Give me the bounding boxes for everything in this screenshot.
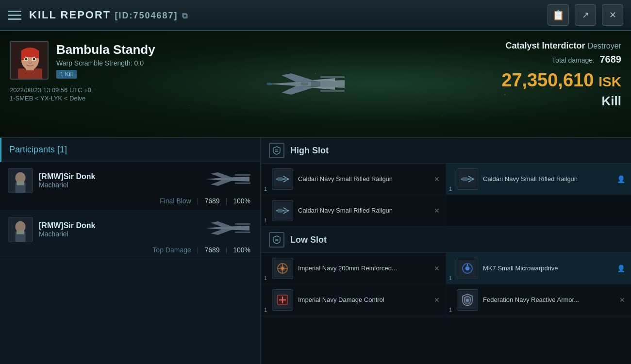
participant-ship-image — [201, 216, 254, 240]
share-icon: ↗ — [582, 10, 589, 20]
stat-label: Top Damage — [152, 246, 191, 254]
hero-kill-info: Catalyst Interdictor Destroyer Total dam… — [501, 41, 621, 109]
svg-rect-27 — [235, 232, 250, 233]
participant-ship-image — [201, 167, 254, 191]
close-button[interactable]: ✕ — [602, 4, 623, 26]
hero-section: Bambula Standy Warp Scramble Strength: 0… — [0, 31, 631, 138]
slot-item[interactable]: 1 Caldari Navy Small Rifled Railgun ✕ — [261, 164, 446, 195]
svg-point-13 — [266, 83, 272, 85]
svg-rect-19 — [17, 182, 24, 185]
shield-icon — [272, 146, 282, 155]
svg-rect-25 — [17, 231, 24, 234]
item-icon — [457, 258, 478, 279]
slot-item[interactable]: 1 Caldari Navy Small Rifled Railgun ✕ — [261, 195, 446, 227]
stat-percent: 100% — [233, 197, 250, 205]
svg-rect-21 — [235, 182, 250, 184]
svg-point-49 — [465, 266, 469, 270]
pilot-details: Bambula Standy Warp Scramble Strength: 0… — [56, 42, 155, 79]
item-name: MK7 Small Microwarpdrive — [483, 264, 612, 273]
svg-point-46 — [281, 267, 284, 270]
kill-id: [ID:7504687] — [115, 11, 178, 20]
slot-item[interactable]: 1 Imperial Navy Damage Control ✕ — [261, 284, 446, 316]
warp-scramble: Warp Scramble Strength: 0.0 — [56, 59, 155, 67]
slot-item[interactable]: 1 MK7 Small Microwarpdrive 👤 — [446, 253, 631, 284]
ship-role: Destroyer — [588, 42, 621, 50]
header-actions: 📋 ↗ ✕ — [548, 4, 623, 26]
low-slot-items: 1 Imperial Navy 200mm Reinforced... ✕ — [261, 253, 631, 316]
railgun-icon — [459, 170, 476, 188]
ship-thumbnail — [201, 167, 254, 191]
item-fitted-icon: 👤 — [617, 175, 625, 183]
item-remove-button[interactable]: ✕ — [434, 207, 440, 215]
svg-point-32 — [284, 178, 287, 181]
kill-timestamp: 2022/08/23 13:09:56 UTC +0 — [10, 86, 175, 94]
isk-value: 27,350,610 — [501, 71, 594, 89]
svg-point-10 — [33, 58, 35, 61]
page-title: KILL REPORT [ID:7504687] ⧉ — [29, 9, 548, 21]
item-remove-button[interactable]: ✕ — [434, 265, 440, 272]
slot-item[interactable]: 1 Imperial Navy 200mm Reinforced... ✕ — [261, 253, 446, 284]
ship-thumbnail — [201, 216, 254, 240]
participant-stats: Final Blow | 7689 | 100% — [8, 197, 252, 205]
participant-info: [RMW]Sir Donk Machariel — [39, 221, 95, 238]
stat-damage: 7689 — [204, 197, 219, 205]
hero-pilot-info: Bambula Standy Warp Scramble Strength: 0… — [0, 31, 184, 137]
menu-button[interactable] — [8, 11, 21, 20]
stat-damage: 7689 — [204, 246, 219, 254]
svg-rect-31 — [278, 177, 282, 181]
participant-name[interactable]: [RMW]Sir Donk — [39, 172, 95, 181]
item-qty: 1 — [449, 186, 452, 192]
svg-rect-12 — [320, 90, 345, 92]
svg-rect-15 — [301, 83, 308, 85]
item-remove-button[interactable]: ✕ — [619, 296, 625, 304]
ship-display — [184, 31, 427, 137]
participant-ship: Machariel — [39, 230, 95, 238]
share-button[interactable]: ↗ — [575, 4, 596, 26]
item-icon — [457, 168, 478, 190]
header: KILL REPORT [ID:7504687] ⧉ 📋 ↗ ✕ — [0, 0, 631, 31]
copy-button[interactable]: 📋 — [548, 4, 569, 26]
participant-ship: Machariel — [39, 181, 95, 189]
low-slot-section: Low Slot 1 — [261, 227, 631, 316]
high-slot-header: High Slot — [261, 138, 631, 164]
low-slot-icon — [269, 232, 284, 248]
close-icon: ✕ — [609, 10, 616, 20]
main-content: Participants [1] [RMW]Sir Donk Machariel — [0, 138, 631, 364]
stat-percent: 100% — [233, 246, 250, 254]
item-name: Caldari Navy Small Rifled Railgun — [298, 175, 429, 183]
participant-name[interactable]: [RMW]Sir Donk — [39, 221, 95, 230]
slot-item[interactable]: 1 Caldari Navy Small Rifled Railgun 👤 — [446, 164, 631, 195]
stat-label: Final Blow — [160, 197, 191, 205]
svg-point-55 — [466, 299, 469, 302]
participant-avatar — [8, 168, 33, 193]
high-slot-items: 1 Caldari Navy Small Rifled Railgun ✕ — [261, 164, 631, 227]
railgun-icon — [274, 170, 291, 188]
item-remove-button[interactable]: ✕ — [434, 296, 440, 304]
total-damage-label: Total damage: — [552, 56, 595, 64]
item-remove-button[interactable]: ✕ — [434, 175, 440, 183]
participant-stats: Top Damage | 7689 | 100% — [8, 246, 252, 254]
pilot-avatar — [10, 41, 49, 80]
svg-rect-11 — [320, 76, 345, 78]
high-slot-section: High Slot 1 Caldari Navy — [261, 138, 631, 227]
participants-header: Participants [1] — [0, 138, 260, 162]
item-qty: 1 — [264, 275, 267, 281]
svg-point-38 — [284, 209, 287, 212]
item-qty: 1 — [449, 275, 452, 281]
avatar-image — [11, 42, 49, 80]
copy-icon: 📋 — [552, 9, 565, 21]
participant-card: [RMW]Sir Donk Machariel Top Damage — [0, 211, 260, 260]
svg-rect-14 — [311, 82, 320, 86]
slot-item-empty — [446, 195, 631, 227]
result-label: Kill — [501, 94, 621, 109]
item-icon — [272, 200, 293, 221]
slot-item[interactable]: 1 Federation Navy Reactive Armor... ✕ — [446, 284, 631, 316]
damage-control-icon — [274, 291, 291, 309]
item-name: Imperial Navy 200mm Reinforced... — [298, 264, 429, 273]
item-icon — [272, 168, 293, 190]
item-qty: 1 — [264, 217, 267, 223]
high-slot-title: High Slot — [290, 146, 329, 156]
low-slot-header: Low Slot — [261, 227, 631, 253]
shield-icon — [272, 235, 282, 245]
svg-rect-6 — [35, 50, 39, 58]
